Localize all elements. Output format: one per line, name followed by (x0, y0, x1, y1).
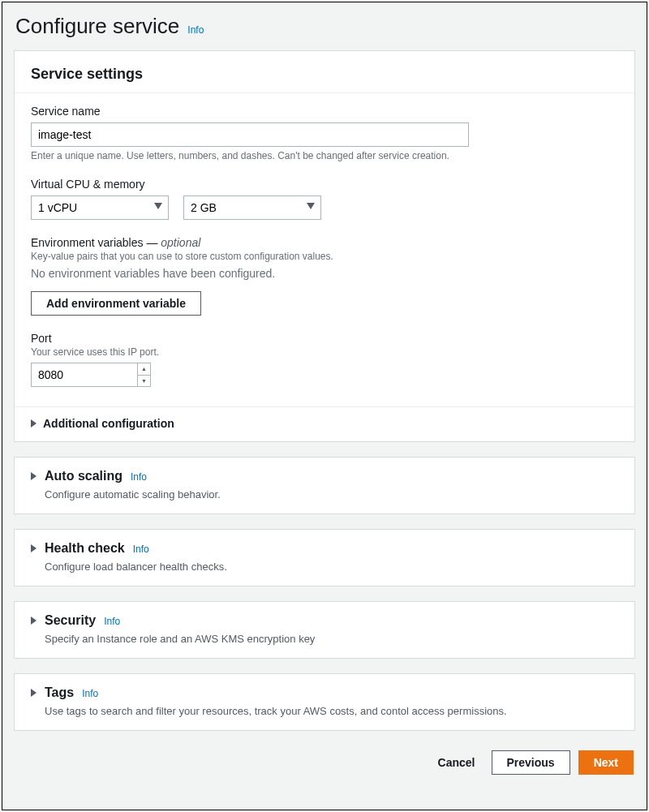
tags-title: Tags (45, 685, 74, 700)
cpu-memory-label: Virtual CPU & memory (31, 178, 618, 191)
service-settings-title: Service settings (31, 66, 618, 83)
service-name-label: Service name (31, 105, 618, 118)
env-vars-sublabel: Key-value pairs that you can use to stor… (31, 251, 618, 262)
additional-config-expander[interactable]: Additional configuration (15, 407, 634, 441)
vcpu-select[interactable]: 1 vCPU (31, 195, 169, 220)
health-check-header[interactable]: Health check Info (31, 541, 618, 556)
cpu-memory-group: Virtual CPU & memory 1 vCPU 2 GB (31, 178, 618, 220)
health-check-info-link[interactable]: Info (133, 543, 149, 555)
env-vars-empty: No environment variables have been confi… (31, 267, 618, 280)
service-name-group: Service name Enter a unique name. Use le… (31, 105, 618, 161)
add-env-var-button[interactable]: Add environment variable (31, 291, 201, 316)
env-vars-label: Environment variables — (31, 236, 157, 249)
security-header[interactable]: Security Info (31, 613, 618, 628)
service-name-hint: Enter a unique name. Use letters, number… (31, 150, 618, 161)
next-button[interactable]: Next (578, 750, 634, 775)
previous-button[interactable]: Previous (492, 750, 570, 775)
security-panel: Security Info Specify an Instance role a… (14, 601, 635, 659)
additional-config-label: Additional configuration (43, 417, 174, 430)
service-name-input[interactable] (31, 122, 469, 147)
tags-info-link[interactable]: Info (82, 688, 98, 699)
tags-panel: Tags Info Use tags to search and filter … (14, 673, 635, 731)
port-input[interactable] (32, 363, 137, 386)
tags-header[interactable]: Tags Info (31, 685, 618, 700)
port-input-wrap: ▲ ▼ (31, 363, 151, 387)
health-check-title: Health check (45, 541, 125, 556)
port-sublabel: Your service uses this IP port. (31, 346, 618, 358)
caret-right-icon (31, 419, 37, 427)
caret-right-icon (31, 544, 37, 552)
auto-scaling-panel: Auto scaling Info Configure automatic sc… (14, 457, 635, 514)
wizard-footer: Cancel Previous Next (14, 745, 635, 780)
page-title: Configure service (15, 14, 179, 39)
auto-scaling-title: Auto scaling (45, 469, 122, 483)
memory-select[interactable]: 2 GB (183, 195, 321, 220)
env-vars-optional: optional (161, 236, 200, 249)
cancel-button[interactable]: Cancel (430, 751, 484, 774)
env-vars-group: Environment variables — optional Key-val… (31, 236, 618, 316)
auto-scaling-info-link[interactable]: Info (131, 471, 147, 483)
page-info-link[interactable]: Info (187, 24, 204, 36)
port-step-down[interactable]: ▼ (138, 376, 150, 387)
caret-right-icon (31, 472, 37, 480)
port-label: Port (31, 332, 618, 345)
port-step-up[interactable]: ▲ (138, 363, 150, 376)
auto-scaling-desc: Configure automatic scaling behavior. (45, 488, 618, 501)
port-group: Port Your service uses this IP port. ▲ ▼ (31, 332, 618, 387)
auto-scaling-header[interactable]: Auto scaling Info (31, 469, 618, 483)
security-info-link[interactable]: Info (104, 616, 120, 627)
caret-right-icon (31, 617, 37, 625)
health-check-panel: Health check Info Configure load balance… (14, 529, 635, 586)
service-settings-panel: Service settings Service name Enter a un… (14, 50, 635, 442)
security-desc: Specify an Instance role and an AWS KMS … (45, 633, 618, 645)
caret-right-icon (31, 689, 37, 697)
health-check-desc: Configure load balancer health checks. (45, 561, 618, 573)
tags-desc: Use tags to search and filter your resou… (45, 705, 618, 717)
security-title: Security (45, 613, 96, 628)
page-header: Configure service Info (15, 14, 635, 39)
